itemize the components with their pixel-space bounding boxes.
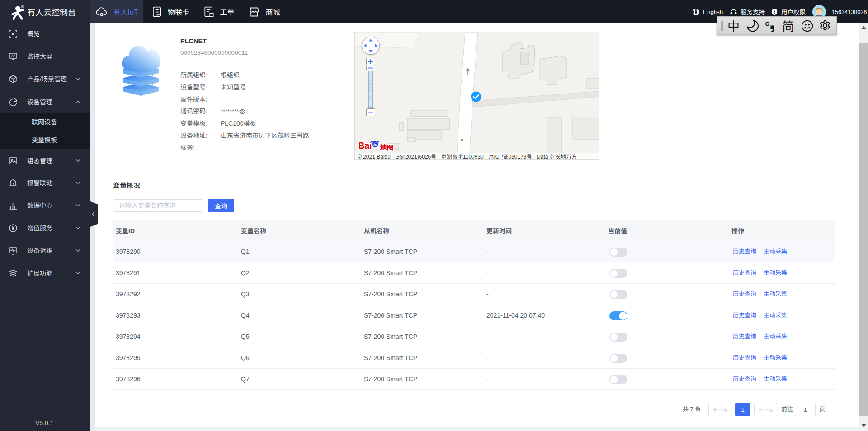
svg-text:地图: 地图 [380,142,394,152]
svg-text:Bai: Bai [358,141,372,150]
svg-text:du: du [372,142,377,147]
